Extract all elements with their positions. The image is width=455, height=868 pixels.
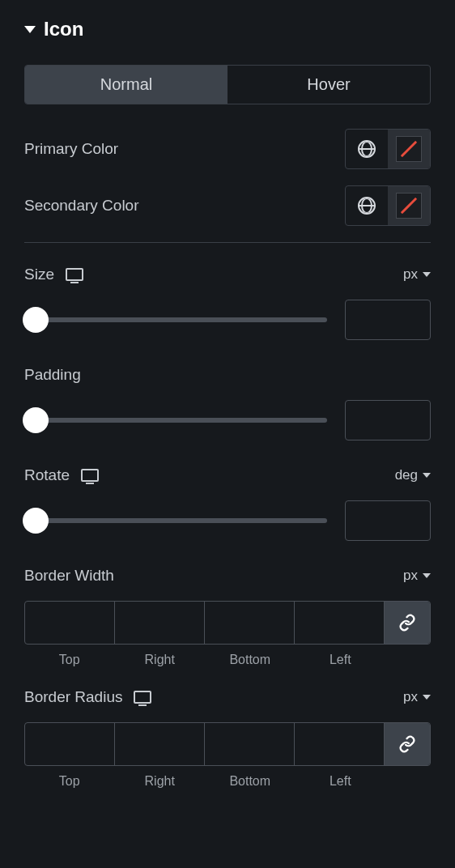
state-tabs: Normal Hover [24,65,431,104]
rotate-unit: deg [395,467,418,483]
side-label-left: Left [296,653,386,667]
secondary-color-label: Secondary Color [24,197,139,215]
tab-normal[interactable]: Normal [25,66,228,104]
rotate-slider-row [24,500,431,541]
border-radius-block: Border Radius px Top Right Bottom [24,688,431,789]
padding-header-row: Padding [24,366,431,384]
rotate-slider[interactable] [24,518,327,523]
size-slider-thumb[interactable] [23,307,49,333]
border-width-header: Border Width px [24,567,431,585]
primary-color-control [345,129,431,169]
secondary-color-swatch[interactable] [388,186,430,225]
secondary-color-control [345,185,431,226]
secondary-color-row: Secondary Color [24,185,431,226]
chevron-down-icon [423,473,431,478]
responsive-icon[interactable] [66,268,83,281]
border-width-label: Border Width [24,567,114,585]
padding-slider-row [24,400,431,440]
no-color-icon [396,136,422,162]
rotate-header-row: Rotate deg [24,466,431,484]
section-title: Icon [44,18,83,40]
side-label-left: Left [296,774,386,789]
rotate-unit-selector[interactable]: deg [395,467,431,483]
secondary-color-global-button[interactable] [346,186,388,225]
side-label-top: Top [24,653,115,667]
border-width-side-labels: Top Right Bottom Left [24,653,431,667]
globe-icon [358,197,376,215]
primary-color-swatch[interactable] [388,130,430,168]
border-radius-side-labels: Top Right Bottom Left [24,774,431,789]
border-width-unit-selector[interactable]: px [403,568,431,584]
border-radius-left-input[interactable] [295,723,384,765]
rotate-label: Rotate [24,466,70,484]
size-unit-selector[interactable]: px [403,266,431,283]
size-unit: px [403,266,418,283]
caret-down-icon [24,26,36,33]
size-slider-row [24,300,431,340]
side-label-right: Right [115,653,206,667]
size-input[interactable] [345,300,431,340]
chevron-down-icon [423,272,431,277]
border-radius-top-input[interactable] [25,723,114,765]
divider [24,242,431,243]
side-label-right: Right [115,774,206,789]
primary-color-global-button[interactable] [346,130,388,168]
border-width-right-input[interactable] [115,602,204,644]
side-label-bottom: Bottom [205,653,296,667]
tab-hover[interactable]: Hover [228,66,430,104]
link-icon [398,614,416,632]
responsive-icon[interactable] [134,691,151,704]
primary-color-row: Primary Color [24,129,431,169]
rotate-input[interactable] [345,500,431,541]
padding-slider-thumb[interactable] [23,407,49,433]
primary-color-label: Primary Color [24,140,118,158]
border-width-inputs [24,601,431,645]
border-radius-header: Border Radius px [24,688,431,706]
border-radius-bottom-input[interactable] [205,723,294,765]
side-label-bottom: Bottom [205,774,296,789]
responsive-icon[interactable] [81,469,99,482]
rotate-slider-thumb[interactable] [23,508,49,534]
border-radius-inputs [24,722,431,766]
side-label-top: Top [24,774,115,789]
size-slider[interactable] [24,317,327,322]
border-radius-label: Border Radius [24,688,122,706]
border-width-unit: px [403,568,418,584]
globe-icon [358,140,376,158]
border-radius-right-input[interactable] [115,723,204,765]
chevron-down-icon [423,695,431,700]
border-width-bottom-input[interactable] [205,602,294,644]
padding-input[interactable] [345,400,431,440]
size-label: Size [24,266,54,283]
border-width-left-input[interactable] [295,602,384,644]
border-radius-link-toggle[interactable] [385,723,430,765]
section-header[interactable]: Icon [24,18,431,40]
border-width-block: Border Width px Top Right Bottom Left [24,567,431,667]
border-width-top-input[interactable] [25,602,114,644]
padding-label: Padding [24,366,81,384]
link-icon [398,735,416,753]
icon-style-panel: Icon Normal Hover Primary Color Secondar… [0,0,455,828]
border-radius-unit: px [403,689,418,705]
border-radius-unit-selector[interactable]: px [403,689,431,705]
no-color-icon [396,193,422,219]
size-header-row: Size px [24,266,431,283]
border-width-link-toggle[interactable] [385,602,430,644]
chevron-down-icon [423,573,431,578]
padding-slider[interactable] [24,418,327,423]
